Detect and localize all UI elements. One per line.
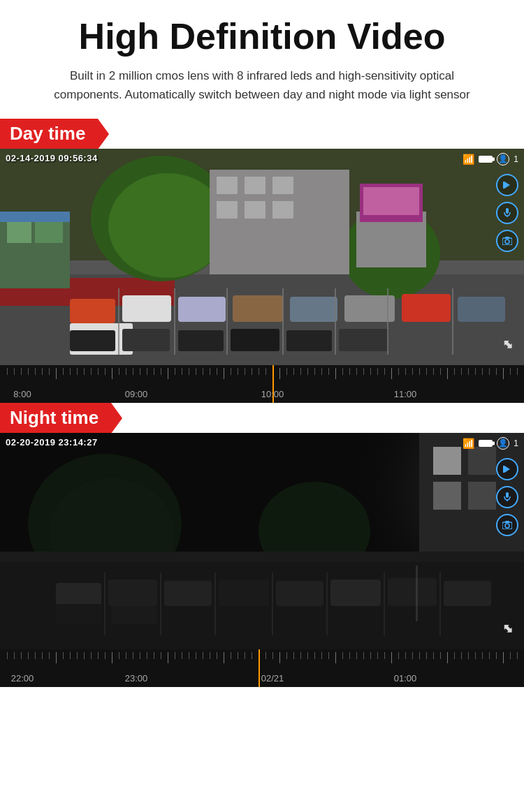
svg-rect-110 <box>426 368 427 375</box>
svg-text:10:00: 10:00 <box>261 389 284 399</box>
svg-rect-51 <box>14 368 15 375</box>
svg-rect-91 <box>293 368 294 375</box>
svg-rect-207 <box>293 652 294 659</box>
svg-rect-200 <box>245 652 245 659</box>
svg-rect-70 <box>147 368 147 375</box>
svg-rect-222 <box>398 652 399 659</box>
subtitle: Built in 2 million cmos lens with 8 infr… <box>45 66 479 104</box>
svg-rect-68 <box>133 368 133 375</box>
svg-rect-236 <box>496 652 497 659</box>
svg-rect-55 <box>42 368 43 375</box>
svg-rect-92 <box>300 368 301 375</box>
svg-rect-183 <box>126 652 126 659</box>
svg-rect-196 <box>217 652 217 659</box>
svg-rect-229 <box>447 652 448 663</box>
svg-rect-239 <box>517 652 518 659</box>
svg-text:8:00: 8:00 <box>13 389 31 399</box>
svg-rect-172 <box>49 652 50 659</box>
svg-rect-35 <box>339 329 388 351</box>
svg-rect-22 <box>122 295 171 322</box>
svg-rect-143 <box>164 581 212 606</box>
svg-rect-231 <box>461 652 462 659</box>
svg-rect-150 <box>112 606 157 624</box>
svg-rect-178 <box>91 652 92 659</box>
svg-rect-187 <box>154 652 154 659</box>
svg-rect-185 <box>140 652 140 659</box>
svg-rect-58 <box>63 368 64 375</box>
svg-rect-12 <box>217 177 238 194</box>
svg-rect-214 <box>342 652 343 659</box>
svg-rect-90 <box>286 368 287 375</box>
svg-rect-59 <box>70 368 71 375</box>
svg-rect-73 <box>168 368 168 379</box>
svg-rect-158 <box>416 566 418 621</box>
svg-rect-99 <box>349 368 350 375</box>
svg-rect-26 <box>344 295 395 322</box>
svg-rect-78 <box>203 368 203 375</box>
svg-rect-82 <box>231 368 231 375</box>
svg-rect-52 <box>21 368 22 375</box>
svg-rect-71 <box>154 368 154 375</box>
svg-rect-177 <box>84 652 85 659</box>
day-section: Day time <box>0 119 524 403</box>
svg-rect-173 <box>56 652 57 663</box>
svg-rect-84 <box>245 368 245 375</box>
day-label-text: Day time <box>10 123 85 145</box>
night-label-text: Night time <box>10 407 99 429</box>
svg-rect-30 <box>70 330 115 351</box>
svg-rect-25 <box>290 297 337 322</box>
svg-rect-145 <box>276 581 323 606</box>
svg-rect-226 <box>426 652 427 659</box>
svg-rect-53 <box>28 368 29 375</box>
svg-rect-134 <box>433 482 461 510</box>
day-label-banner: Day time <box>0 119 98 149</box>
svg-rect-198 <box>231 652 231 659</box>
night-camera-view: 02-20-2019 23:14:27 📶 👤 1 ⬌ <box>0 433 524 649</box>
svg-rect-190 <box>175 652 175 659</box>
svg-rect-203 <box>265 652 266 659</box>
svg-rect-210 <box>314 652 315 659</box>
svg-rect-219 <box>377 652 378 659</box>
svg-rect-182 <box>119 652 119 659</box>
day-timeline: // Will be rendered statically var d=""; <box>0 365 524 403</box>
svg-rect-118 <box>482 368 483 375</box>
svg-rect-120 <box>496 368 497 375</box>
svg-rect-62 <box>91 368 92 375</box>
svg-rect-184 <box>133 652 133 659</box>
svg-rect-108 <box>412 368 413 375</box>
svg-rect-32 <box>178 330 224 351</box>
svg-rect-15 <box>217 201 238 219</box>
day-scene-svg <box>0 149 524 365</box>
svg-text:09:00: 09:00 <box>125 389 148 399</box>
svg-rect-115 <box>461 368 462 375</box>
svg-rect-230 <box>454 652 455 659</box>
svg-rect-97 <box>335 368 336 379</box>
svg-rect-107 <box>405 368 406 375</box>
svg-rect-186 <box>147 652 147 659</box>
svg-rect-238 <box>510 652 511 659</box>
day-timeline-svg: var d=""; <box>0 365 524 403</box>
svg-rect-176 <box>77 652 78 659</box>
svg-rect-16 <box>245 201 265 219</box>
svg-rect-169 <box>28 652 29 659</box>
svg-rect-89 <box>279 368 280 379</box>
svg-rect-56 <box>49 368 50 375</box>
header-section: High Definition Video Built in 2 million… <box>0 0 524 119</box>
svg-rect-204 <box>272 652 273 659</box>
svg-rect-217 <box>363 652 364 659</box>
svg-rect-233 <box>475 652 476 659</box>
svg-rect-75 <box>182 368 182 375</box>
svg-rect-27 <box>402 294 451 322</box>
svg-rect-189 <box>168 652 168 663</box>
svg-text:22:00: 22:00 <box>11 673 34 684</box>
svg-rect-228 <box>440 652 441 659</box>
svg-rect-111 <box>433 368 434 375</box>
svg-rect-60 <box>77 368 78 375</box>
svg-rect-20 <box>363 187 419 215</box>
svg-rect-121 <box>503 368 504 379</box>
svg-rect-86 <box>259 368 259 375</box>
svg-rect-209 <box>307 652 308 659</box>
svg-rect-224 <box>412 652 413 659</box>
svg-rect-65 <box>112 368 112 379</box>
svg-rect-17 <box>272 201 293 219</box>
